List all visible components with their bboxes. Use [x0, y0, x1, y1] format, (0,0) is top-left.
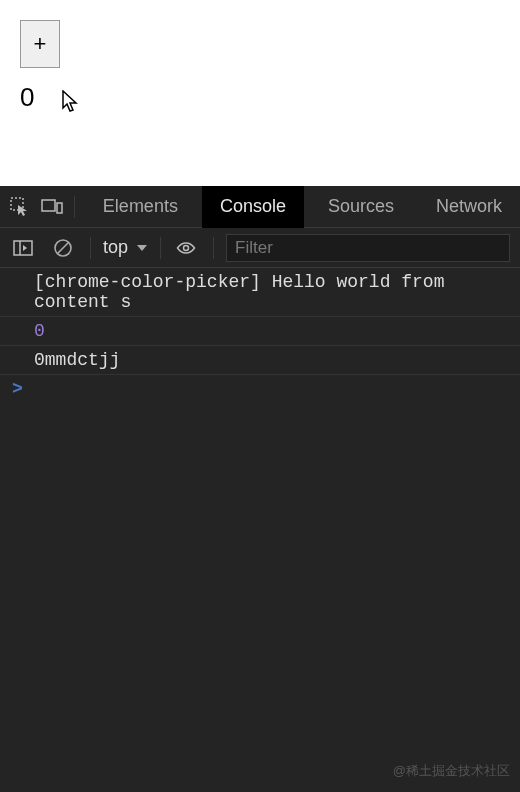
- tab-network[interactable]: Network: [418, 186, 520, 228]
- tab-console[interactable]: Console: [202, 186, 304, 228]
- device-toolbar-icon[interactable]: [40, 194, 64, 220]
- devtools-tabbar: Elements Console Sources Network: [0, 186, 520, 228]
- toolbar-separator: [90, 237, 91, 259]
- console-toolbar: top: [0, 228, 520, 268]
- tab-sources[interactable]: Sources: [310, 186, 412, 228]
- toolbar-separator: [160, 237, 161, 259]
- svg-point-7: [184, 245, 189, 250]
- live-expression-icon[interactable]: [173, 235, 199, 261]
- svg-rect-1: [42, 200, 55, 211]
- log-message: [chrome-color-picker] Hello world from c…: [34, 272, 512, 312]
- tab-separator: [74, 196, 75, 218]
- prompt-caret-icon: >: [12, 379, 23, 399]
- console-log-row: 0mmdctjj: [0, 346, 520, 375]
- log-message: 0: [34, 321, 45, 341]
- svg-rect-2: [57, 203, 62, 213]
- console-log-row: [chrome-color-picker] Hello world from c…: [0, 268, 520, 316]
- filter-container: [226, 234, 510, 262]
- log-message: 0mmdctjj: [34, 350, 120, 370]
- watermark-text: @稀土掘金技术社区: [393, 762, 510, 780]
- chevron-down-icon: [136, 243, 148, 253]
- execution-context-selector[interactable]: top: [103, 237, 148, 258]
- toggle-sidebar-icon[interactable]: [10, 235, 36, 261]
- console-output[interactable]: [chrome-color-picker] Hello world from c…: [0, 268, 520, 792]
- tab-elements[interactable]: Elements: [85, 186, 196, 228]
- clear-console-icon[interactable]: [50, 235, 76, 261]
- plus-button[interactable]: +: [20, 20, 60, 68]
- context-label: top: [103, 237, 128, 258]
- filter-input[interactable]: [226, 234, 510, 262]
- console-log-row: 0: [0, 316, 520, 346]
- console-prompt[interactable]: >: [0, 375, 520, 403]
- inspect-element-icon[interactable]: [8, 194, 32, 220]
- page-content: + 0: [0, 0, 520, 186]
- counter-value: 0: [20, 82, 500, 113]
- svg-line-6: [58, 242, 69, 253]
- toolbar-separator: [213, 237, 214, 259]
- devtools-panel: Elements Console Sources Network top [ch…: [0, 186, 520, 792]
